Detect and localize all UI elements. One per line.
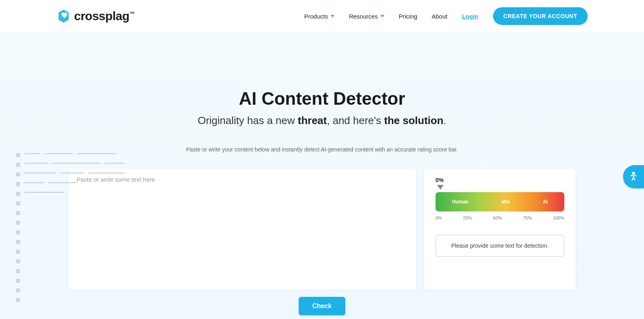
bar-label-mix: Mix bbox=[502, 199, 510, 205]
hero-section: AI Content Detector Originality has a ne… bbox=[0, 32, 644, 319]
svg-point-0 bbox=[633, 172, 635, 174]
accessibility-icon bbox=[627, 171, 640, 183]
score-pointer-icon bbox=[437, 185, 444, 190]
score-value: 0% bbox=[436, 177, 444, 183]
accessibility-button[interactable] bbox=[623, 165, 644, 188]
score-bar: 0% Human Mix AI 0% 25% 50% 75% 100% bbox=[436, 192, 564, 220]
nav-about[interactable]: About bbox=[432, 13, 448, 20]
chevron-down-icon bbox=[330, 15, 334, 17]
nav-login[interactable]: Login bbox=[462, 13, 479, 20]
logo-icon bbox=[56, 9, 71, 23]
result-message: Please provide some text for detection. bbox=[436, 235, 564, 257]
chevron-down-icon bbox=[380, 15, 384, 17]
bar-label-human: Human bbox=[452, 199, 469, 205]
page-subtitle: Originality has a new threat, and here's… bbox=[68, 114, 576, 127]
nav-pricing[interactable]: Pricing bbox=[399, 13, 417, 20]
top-nav: crossplag™ Products Resources Pricing Ab… bbox=[0, 0, 644, 32]
gradient-bar: Human Mix AI bbox=[436, 192, 564, 211]
nav-products[interactable]: Products bbox=[304, 13, 334, 20]
detector-panel: 0% Human Mix AI 0% 25% 50% 75% 100% bbox=[68, 169, 576, 290]
result-card: 0% Human Mix AI 0% 25% 50% 75% 100% bbox=[424, 169, 576, 290]
decorative-lines bbox=[16, 153, 129, 308]
page-title: AI Content Detector bbox=[68, 89, 576, 109]
create-account-button[interactable]: CREATE YOUR ACCOUNT bbox=[493, 7, 588, 25]
check-button[interactable]: Check bbox=[299, 297, 345, 315]
bar-label-ai: AI bbox=[543, 199, 548, 205]
logo-text: crossplag™ bbox=[74, 9, 135, 23]
nav-links: Products Resources Pricing About Login C… bbox=[304, 7, 588, 25]
score-ticks: 0% 25% 50% 75% 100% bbox=[436, 215, 564, 220]
brand-logo[interactable]: crossplag™ bbox=[56, 9, 135, 23]
instruction-text: Paste or write your content below and in… bbox=[68, 146, 576, 153]
nav-resources[interactable]: Resources bbox=[349, 13, 384, 20]
